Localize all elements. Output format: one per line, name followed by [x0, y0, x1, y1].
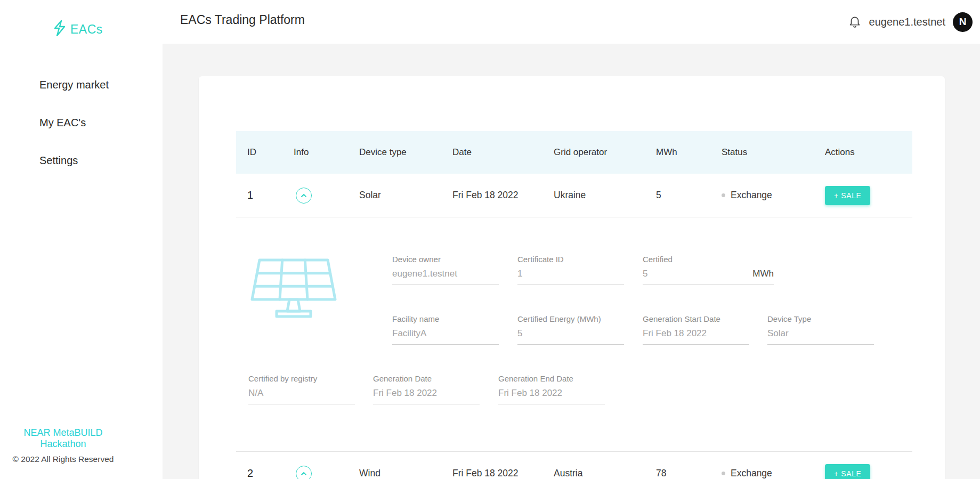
sale-button[interactable]: + SALE — [825, 464, 870, 479]
field-facility-name: Facility name FacilityA — [392, 314, 499, 345]
expand-row-button[interactable] — [296, 466, 312, 479]
row-date: Fri Feb 18 2022 — [452, 190, 554, 201]
eac-table: ID Info Device type Date Grid operator M… — [236, 76, 950, 479]
col-header-actions: Actions — [825, 147, 912, 158]
col-header-mwh: MWh — [656, 147, 722, 158]
field-certified-by-registry: Certified by registry N/A — [248, 374, 355, 404]
status-dot-icon — [722, 472, 725, 475]
row-device-type: Solar — [359, 190, 452, 201]
status-badge: Exchange — [722, 190, 825, 201]
col-header-date: Date — [452, 147, 554, 158]
collapse-row-button[interactable] — [296, 188, 312, 204]
top-bar: EACs Trading Platform eugene1.testnet N — [163, 0, 980, 44]
copyright-text: © 2022 All Rights Reserved — [0, 454, 126, 464]
col-header-grid-operator: Grid operator — [554, 147, 656, 158]
bolt-icon — [52, 20, 66, 38]
page-title: EACs Trading Platform — [180, 13, 305, 27]
table-header-row: ID Info Device type Date Grid operator M… — [236, 131, 912, 174]
field-generation-date: Generation Date Fri Feb 18 2022 — [373, 374, 480, 404]
sale-button[interactable]: + SALE — [825, 186, 870, 205]
field-device-owner: Device owner eugene1.testnet — [392, 255, 499, 285]
row-id: 2 — [247, 467, 294, 479]
row-grid-operator: Ukraine — [554, 190, 656, 201]
app-logo[interactable]: EACs — [0, 0, 163, 38]
col-header-info: Info — [294, 147, 359, 158]
row-mwh: 5 — [656, 190, 722, 201]
field-generation-start-date: Generation Start Date Fri Feb 18 2022 — [643, 314, 749, 345]
field-certified-energy: Certified Energy (MWh) 5 — [517, 314, 624, 345]
col-header-id: ID — [247, 147, 294, 158]
app-logo-text: EACs — [70, 22, 103, 37]
table-row: 2 Wind Fri Feb 18 2022 Austria 78 Exchan… — [236, 452, 912, 479]
mwh-unit-label: MWh — [752, 269, 774, 279]
account-name[interactable]: eugene1.testnet — [869, 16, 945, 28]
user-area: eugene1.testnet N — [848, 0, 973, 44]
field-generation-end-date: Generation End Date Fri Feb 18 2022 — [498, 374, 605, 404]
sidebar-item-settings[interactable]: Settings — [0, 142, 163, 180]
field-device-type: Device Type Solar — [767, 314, 874, 345]
sidebar-nav: Energy market My EAC's Settings — [0, 66, 163, 180]
solar-panel-icon — [247, 255, 341, 327]
table-row: 1 Solar Fri Feb 18 2022 Ukraine 5 Exchan… — [236, 174, 912, 217]
eac-list-card: ID Info Device type Date Grid operator M… — [199, 76, 945, 479]
sidebar-item-my-eacs[interactable]: My EAC's — [0, 104, 163, 142]
notifications-bell-icon[interactable] — [848, 15, 862, 29]
sidebar: EACs Energy market My EAC's Settings NEA… — [0, 0, 163, 479]
main-content: ID Info Device type Date Grid operator M… — [163, 44, 980, 479]
sidebar-footer: NEAR MetaBUILD Hackathon © 2022 All Righ… — [0, 427, 126, 464]
row-date: Fri Feb 18 2022 — [452, 468, 554, 479]
row-grid-operator: Austria — [554, 468, 656, 479]
col-header-status: Status — [722, 147, 825, 158]
field-certified: Certified 5 MWh — [643, 255, 774, 285]
status-text: Exchange — [731, 190, 772, 201]
hackathon-link[interactable]: NEAR MetaBUILD Hackathon — [0, 427, 126, 450]
status-dot-icon — [722, 193, 725, 197]
sidebar-item-energy-market[interactable]: Energy market — [0, 66, 163, 104]
row-details-panel: Device owner eugene1.testnet Certificate… — [236, 217, 912, 452]
field-certificate-id: Certificate ID 1 — [517, 255, 624, 285]
status-text: Exchange — [731, 468, 772, 479]
avatar[interactable]: N — [953, 12, 973, 32]
col-header-device-type: Device type — [359, 147, 452, 158]
status-badge: Exchange — [722, 468, 825, 479]
row-mwh: 78 — [656, 468, 722, 479]
row-id: 1 — [247, 189, 294, 201]
row-device-type: Wind — [359, 468, 452, 479]
